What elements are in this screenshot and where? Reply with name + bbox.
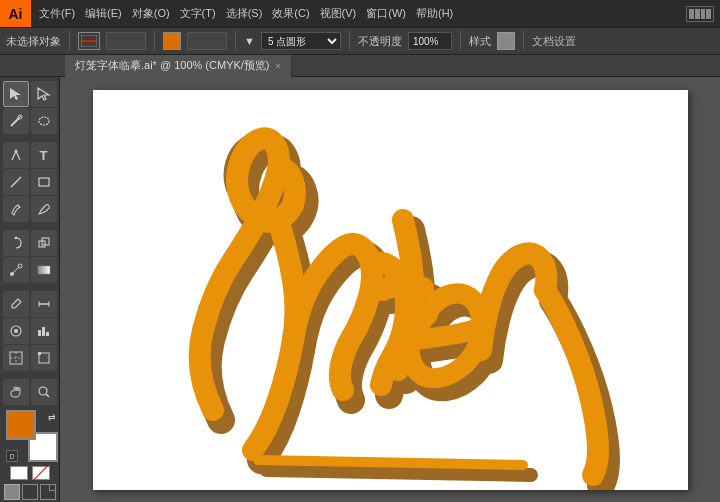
tool-row-2	[2, 108, 57, 134]
type-tool[interactable]: T	[31, 142, 57, 168]
svg-rect-23	[38, 330, 41, 336]
foreground-color-box[interactable]	[6, 410, 36, 440]
no-selection-label: 未选择对象	[6, 34, 61, 49]
tool-row-11	[2, 379, 57, 405]
tool-row-1	[2, 81, 57, 107]
magic-wand-tool[interactable]	[3, 108, 29, 134]
direct-selection-tool[interactable]	[31, 81, 57, 107]
lasso-tool[interactable]	[31, 108, 57, 134]
tab-title: 灯笼字体临摹.ai* @ 100% (CMYK/预览)	[75, 58, 270, 73]
menu-file[interactable]: 文件(F)	[39, 6, 75, 21]
divider3	[235, 31, 236, 51]
tab-bar: 灯笼字体临摹.ai* @ 100% (CMYK/预览) ×	[0, 55, 720, 77]
hand-tool[interactable]	[3, 379, 29, 405]
canvas-area	[60, 77, 720, 502]
divider6	[523, 31, 524, 51]
svg-rect-10	[39, 178, 49, 186]
svg-line-32	[46, 394, 49, 397]
menu-object[interactable]: 对象(O)	[132, 6, 170, 21]
menu-bar: 文件(F) 编辑(E) 对象(O) 文字(T) 选择(S) 效果(C) 视图(V…	[31, 6, 461, 21]
fg-bg-colors[interactable]: ⇄ D	[6, 410, 58, 462]
rotate-tool[interactable]	[3, 230, 29, 256]
brush-size-select[interactable]: 5 点圆形	[261, 32, 341, 50]
default-colors-icon[interactable]: D	[6, 450, 18, 462]
artwork-svg	[93, 90, 688, 490]
blend-tool[interactable]	[3, 257, 29, 283]
main-area: T	[0, 77, 720, 502]
line-segment-tool[interactable]	[3, 169, 29, 195]
document-tab[interactable]: 灯笼字体临摹.ai* @ 100% (CMYK/预览) ×	[65, 55, 292, 77]
column-graph-tool[interactable]	[31, 318, 57, 344]
svg-marker-2	[10, 88, 21, 100]
behind-mode-btn[interactable]	[22, 484, 38, 500]
measure-tool[interactable]	[31, 291, 57, 317]
window-controls	[686, 6, 720, 22]
svg-point-22	[14, 329, 18, 333]
artboard	[93, 90, 688, 490]
opacity-label: 不透明度	[358, 34, 402, 49]
tool-row-4	[2, 169, 57, 195]
svg-rect-24	[42, 327, 45, 336]
slice-tool[interactable]	[3, 345, 29, 371]
title-bar: Ai 文件(F) 编辑(E) 对象(O) 文字(T) 选择(S) 效果(C) 视…	[0, 0, 720, 27]
style-box[interactable]	[497, 32, 515, 50]
artboard-tool[interactable]	[31, 345, 57, 371]
svg-marker-11	[14, 236, 18, 239]
svg-rect-30	[38, 352, 41, 355]
fill-value-input[interactable]	[187, 32, 227, 50]
selection-tool[interactable]	[3, 81, 29, 107]
normal-mode-btn[interactable]	[4, 484, 20, 500]
menu-window[interactable]: 窗口(W)	[366, 6, 406, 21]
fill-color-box[interactable]	[163, 32, 181, 50]
tool-row-10	[2, 345, 57, 371]
tool-row-9	[2, 318, 57, 344]
stroke-none-row	[6, 466, 53, 480]
document-settings-label[interactable]: 文档设置	[532, 34, 576, 49]
eyedropper-tool[interactable]	[3, 291, 29, 317]
menu-select[interactable]: 选择(S)	[226, 6, 263, 21]
svg-point-7	[39, 117, 49, 125]
svg-line-34	[258, 460, 523, 465]
tool-row-5	[2, 196, 57, 222]
svg-line-9	[11, 177, 21, 187]
pencil-tool[interactable]	[3, 196, 29, 222]
opacity-input[interactable]	[408, 32, 452, 50]
stroke-box-icon[interactable]	[10, 466, 28, 480]
menu-type[interactable]: 文字(T)	[180, 6, 216, 21]
tool-row-6	[2, 230, 57, 256]
menu-view[interactable]: 视图(V)	[320, 6, 357, 21]
brush-tool[interactable]	[31, 196, 57, 222]
svg-rect-25	[46, 332, 49, 336]
symbol-tool[interactable]	[3, 318, 29, 344]
rectangle-tool[interactable]	[31, 169, 57, 195]
stroke-color-input[interactable]	[106, 32, 146, 50]
menu-help[interactable]: 帮助(H)	[416, 6, 453, 21]
point-label: ▼	[244, 35, 255, 47]
tool-row-7	[2, 257, 57, 283]
divider5	[460, 31, 461, 51]
view-mode-area	[6, 480, 53, 502]
tool-row-8	[2, 291, 57, 317]
tab-close-btn[interactable]: ×	[276, 61, 281, 71]
zoom-tool[interactable]	[31, 379, 57, 405]
swap-colors-icon[interactable]: ⇄	[48, 412, 56, 422]
svg-line-5	[19, 116, 21, 118]
pen-tool[interactable]	[3, 142, 29, 168]
ai-logo: Ai	[0, 0, 31, 27]
divider	[69, 31, 70, 51]
color-area: ⇄ D	[2, 406, 57, 502]
stroke-icon-box[interactable]	[78, 32, 100, 50]
svg-rect-17	[38, 266, 50, 274]
svg-line-33	[266, 470, 531, 475]
svg-point-31	[39, 387, 47, 395]
menu-edit[interactable]: 编辑(E)	[85, 6, 122, 21]
svg-marker-3	[38, 88, 49, 100]
inside-mode-btn[interactable]	[40, 484, 56, 500]
options-bar: 未选择对象 ▼ 5 点圆形 不透明度 样式 文档设置	[0, 27, 720, 55]
menu-effect[interactable]: 效果(C)	[272, 6, 309, 21]
gradient-tool[interactable]	[31, 257, 57, 283]
svg-line-16	[13, 267, 19, 273]
none-box-icon[interactable]	[32, 466, 50, 480]
scale-tool[interactable]	[31, 230, 57, 256]
toolbox: T	[0, 77, 60, 502]
